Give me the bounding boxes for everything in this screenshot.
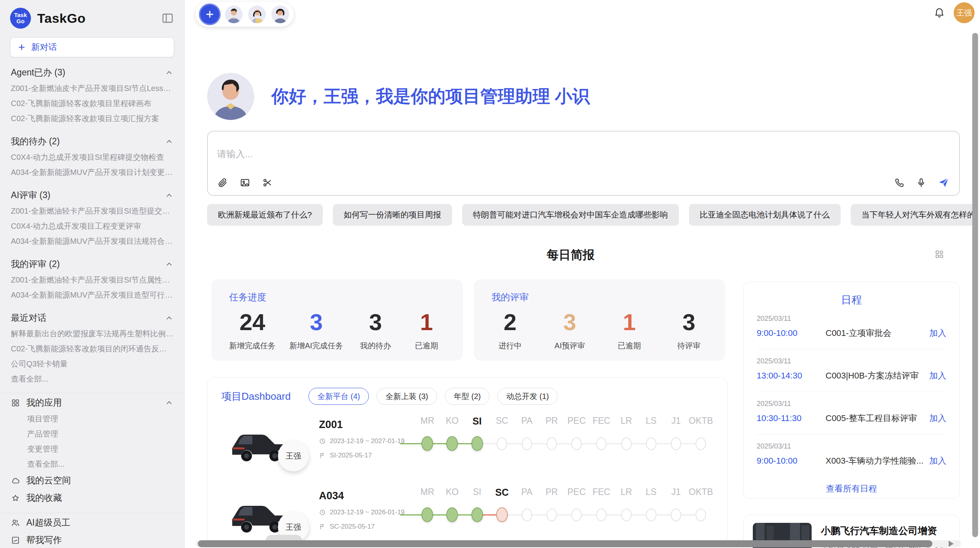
stat-card: 任务进度 24 新增完成任务 3 新增AI完成任务 [211,279,463,361]
milestone-dot [621,509,632,521]
sidebar-task-item[interactable]: C02-飞腾新能源轻客改款项目里程碑画布 [10,96,174,111]
milestone-dot [547,437,557,450]
recent-chat-item[interactable]: 解释最新出台的欧盟报废车法规再生塑料比例被调至15%... [10,326,174,341]
app-item[interactable]: 变更管理 [10,442,174,457]
agent-avatar[interactable] [225,5,243,23]
sidebar-section-header[interactable]: Agent已办 (3) [11,67,173,79]
milestone-dot [497,437,507,450]
scroll-right-arrow-icon[interactable] [949,541,954,547]
milestone-dot [522,509,532,521]
suggestion-chip[interactable]: 欧洲新规最近颁布了什么? [207,204,323,226]
sidebar-item-ai-employee[interactable]: AI超级员工 [10,514,174,531]
chevron-up-icon[interactable] [165,260,173,269]
horizontal-scrollbar-track[interactable] [195,540,961,547]
sidebar-task-item[interactable]: C0X4-动力总成开发项目工程变更评审 [10,219,174,234]
chevron-up-icon[interactable] [165,191,173,200]
view-all-schedule-link[interactable]: 查看所有日程 [757,483,946,495]
chevron-up-icon[interactable] [165,137,173,146]
join-meeting-link[interactable]: 加入 [929,327,946,339]
stat-column: 3 新增AI完成任务 [290,310,343,351]
app-item[interactable]: 查看全部... [10,457,174,472]
sidebar-task-item[interactable]: Z001-全新燃油轻卡产品开发项目SI节点属性5D文件评审 [10,272,174,288]
filter-pill[interactable]: 年型 (2) [445,388,490,405]
add-agent-button[interactable] [200,5,219,24]
sidebar-task-item[interactable]: A034-全新新能源MUV产品开发项目法规符合性评审 [10,234,174,249]
agent-avatar[interactable] [271,5,289,23]
suggestion-chip[interactable]: 比亚迪全固态电池计划具体说了什么 [689,204,841,226]
microphone-icon[interactable] [916,177,927,188]
briefing-layout-icon[interactable] [934,249,944,259]
sidebar-task-item[interactable]: C02-飞腾新能源轻客改款项目立项汇报方案 [10,111,174,126]
stat-value: 1 [611,310,648,335]
milestone-node[interactable] [689,507,713,523]
sidebar-section-header[interactable]: AI评审 (3) [11,189,173,201]
phone-icon[interactable] [894,177,905,188]
sidebar-section-title: 我的待办 (2) [11,135,60,147]
user-avatar[interactable]: 王强 [954,2,975,23]
suggestion-chip[interactable]: 特朗普可能对进口汽车增税会对中国车企造成哪些影响 [462,204,679,226]
milestone-label: PA [514,416,539,427]
sidebar-section-header[interactable]: 我的待办 (2) [11,135,173,147]
sidebar-section-header[interactable]: 我的评审 (2) [11,258,173,270]
schedule-meeting-title: X003-车辆动力学性能验... [826,455,929,467]
sidebar-section: AI评审 (3) Z001-全新燃油轻卡产品开发项目SI造型提交物评审 C0X4… [10,189,174,249]
filter-pill[interactable]: 动总开发 (1) [497,388,558,405]
milestone-label: PEC [564,416,589,427]
project-row[interactable]: 王强 Z001 2023-12-19 ~ 2027-01-19 SI-2025-… [221,415,713,476]
join-meeting-link[interactable]: 加入 [929,413,946,424]
new-chat-button[interactable]: 新对话 [10,37,174,57]
join-meeting-link[interactable]: 加入 [929,455,946,467]
recent-chats-header[interactable]: 最近对话 [11,312,173,324]
image-icon[interactable] [240,177,250,188]
sidebar-item-help-write[interactable]: 帮我写作 [10,531,174,548]
attach-icon[interactable] [217,177,228,188]
sidebar-task-item[interactable]: A034-全新新能源MUV产品开发项目造型可行性评审 [10,288,174,303]
send-icon[interactable] [937,176,950,189]
suggestion-chip[interactable]: 当下年轻人对汽车外观有怎样的喜好趋势 [851,204,977,226]
milestone-label: SC [490,487,514,498]
schedule-card: 日程 2025/03/11 9:00-10:00 C001-立项审批会 加入 2… [743,282,960,498]
sidebar-item-favorites[interactable]: 我的收藏 [10,489,174,507]
sidebar-task-item[interactable]: Z001-全新燃油皮卡产品开发项目SI节点Lesson Learn报告 [10,81,174,96]
schedule-list: 2025/03/11 9:00-10:00 C001-立项审批会 加入 2025… [757,307,946,477]
schedule-entry: 2025/03/11 9:00-10:00 C001-立项审批会 加入 [757,307,946,349]
project-flag: SI-2025-05-17 [319,452,416,459]
filter-pill[interactable]: 全新上装 (3) [377,388,437,405]
sidebar-task-item[interactable]: C0X4-动力总成开发项目SI里程碑提交物检查 [10,150,174,165]
recent-chat-item[interactable]: 公司Q3轻卡销量 [10,356,174,372]
horizontal-scrollbar-thumb[interactable] [198,540,932,547]
stat-value: 3 [551,310,588,335]
project-owner-name: 王强 [286,451,301,461]
join-meeting-link[interactable]: 加入 [929,370,946,382]
milestone-label: PA [514,487,539,498]
stat-value: 2 [492,310,529,335]
agent-avatar[interactable] [248,5,266,23]
sidebar-task-item[interactable]: Z001-全新燃油轻卡产品开发项目SI造型提交物评审 [10,204,174,219]
sidebar-task-item[interactable]: A034-全新新能源MUV产品开发项目计划变更表编写 [10,165,174,180]
app-item[interactable]: 项目管理 [10,411,174,426]
chevron-up-icon[interactable] [165,399,173,407]
chat-input[interactable] [217,138,950,176]
chevron-up-icon[interactable] [165,68,173,77]
sidebar-item-cloud-space[interactable]: 我的云空间 [10,472,174,489]
notifications-bell-icon[interactable] [934,7,945,19]
milestone-dot [496,507,508,522]
suggestion-chip[interactable]: 如何写一份清晰的项目周报 [333,204,452,226]
recent-chat-item[interactable]: C02-飞腾新能源轻客改款项目的闭环通告反馈情况 [10,341,174,356]
chevron-up-icon[interactable] [165,314,173,322]
greeting-block: 你好，王强，我是你的项目管理助理 小识 [207,73,590,120]
sidebar-collapse-icon[interactable] [161,12,174,25]
scissors-icon[interactable] [262,177,273,188]
my-apps-header[interactable]: 我的应用 [10,394,174,411]
stat-columns: 24 新增完成任务 3 新增AI完成任务 3 我的待办 [229,310,445,351]
milestone-dot [596,509,607,521]
milestone-dot [421,507,433,522]
milestone-node[interactable] [689,435,713,452]
dashboard-title: 项目Dashboard [221,390,291,403]
vertical-scrollbar[interactable] [972,33,978,537]
recent-chat-item[interactable]: 查看全部... [10,372,174,387]
filter-pill[interactable]: 全新平台 (4) [308,388,369,405]
app-item[interactable]: 产品管理 [10,426,174,442]
stat-columns: 2 进行中 3 AI预评审 1 已逾期 [492,310,708,351]
flag-icon [319,452,326,459]
